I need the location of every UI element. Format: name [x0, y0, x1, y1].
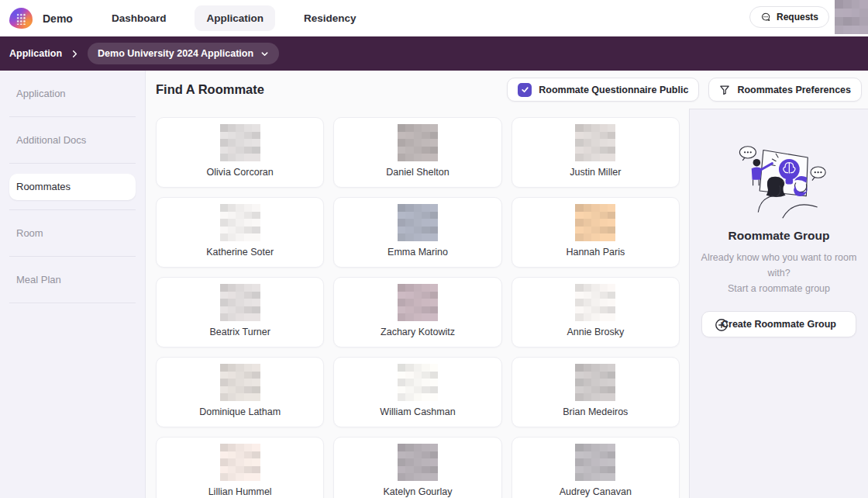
- sidebar-item-meal-plan[interactable]: Meal Plan: [0, 257, 145, 303]
- roommate-card[interactable]: Brian Medeiros: [512, 357, 680, 427]
- roommate-card[interactable]: Dominique Latham: [156, 357, 324, 427]
- photo-pixel: [414, 139, 422, 147]
- subtitle-line-1: Already know who you want to room with?: [696, 250, 862, 281]
- photo-pixel: [600, 147, 608, 154]
- roommate-name: Emma Marino: [388, 247, 448, 267]
- sidebar-item-room[interactable]: Room: [0, 210, 145, 256]
- app-logo-icon: [9, 8, 33, 29]
- photo-pixel: [608, 473, 615, 481]
- nav-tab-residency[interactable]: Residency: [292, 5, 368, 31]
- photo-pixel: [228, 132, 236, 140]
- photo-pixel: [591, 219, 599, 227]
- photo-pixel: [228, 147, 236, 154]
- photo-pixel: [405, 132, 413, 140]
- photo-pixel: [608, 458, 615, 466]
- roommate-photo: [398, 364, 438, 401]
- roommate-card[interactable]: Hannah Paris: [512, 197, 680, 268]
- photo-pixel: [608, 124, 615, 132]
- roommate-card[interactable]: Katherine Soter: [156, 197, 324, 268]
- photo-pixel: [422, 306, 429, 314]
- roommate-group-title: Roommate Group: [728, 229, 830, 243]
- breadcrumb-root-link[interactable]: Application: [9, 48, 62, 59]
- requests-button[interactable]: Requests: [749, 6, 829, 28]
- photo-pixel: [430, 212, 438, 220]
- photo-pixel: [236, 233, 243, 241]
- roommate-card[interactable]: William Cashman: [333, 357, 501, 427]
- roommate-card[interactable]: Audrey Canavan: [512, 437, 680, 498]
- roommate-card[interactable]: Olivia Corcoran: [156, 117, 324, 188]
- photo-pixel: [584, 393, 591, 401]
- create-roommate-group-button[interactable]: Create Roommate Group: [701, 311, 856, 337]
- sidebar-item-additional-docs[interactable]: Additional Docs: [0, 117, 145, 163]
- sidebar-item-application[interactable]: Application: [0, 71, 145, 116]
- photo-pixel: [236, 284, 243, 292]
- photo-pixel: [422, 364, 429, 372]
- photo-pixel: [220, 227, 228, 234]
- photo-pixel: [236, 147, 243, 154]
- roommate-card[interactable]: Justin Miller: [512, 117, 680, 188]
- photo-pixel: [422, 451, 429, 459]
- photo-pixel: [405, 306, 413, 314]
- photo-pixel: [414, 379, 422, 386]
- photo-pixel: [405, 473, 413, 481]
- photo-pixel: [236, 451, 243, 459]
- roommate-card[interactable]: Annie Brosky: [512, 277, 680, 348]
- photo-pixel: [244, 292, 252, 299]
- nav-tab-application[interactable]: Application: [195, 5, 275, 31]
- application-selector-dropdown[interactable]: Demo University 2024 Application: [88, 43, 279, 64]
- photo-pixel: [228, 227, 236, 234]
- user-avatar[interactable]: [835, 0, 868, 34]
- roommate-photo: [575, 364, 615, 401]
- photo-pixel: [220, 458, 228, 466]
- photo-pixel: [852, 17, 860, 26]
- roommate-card[interactable]: Emma Marino: [333, 197, 501, 268]
- photo-pixel: [575, 379, 583, 386]
- plus-circle-icon: [715, 318, 728, 332]
- photo-pixel: [600, 473, 608, 481]
- photo-pixel: [591, 451, 599, 459]
- photo-pixel: [575, 147, 583, 154]
- photo-pixel: [414, 227, 422, 234]
- roommate-card[interactable]: Daniel Shelton: [333, 117, 501, 188]
- photo-pixel: [575, 212, 583, 220]
- photo-pixel: [414, 386, 422, 394]
- photo-pixel: [608, 284, 615, 292]
- photo-pixel: [228, 284, 236, 292]
- photo-pixel: [244, 466, 252, 474]
- sidebar-item-label: Additional Docs: [9, 134, 86, 146]
- roommate-card[interactable]: Beatrix Turner: [156, 277, 324, 348]
- photo-pixel: [220, 466, 228, 474]
- photo-pixel: [608, 466, 615, 474]
- photo-pixel: [398, 147, 405, 154]
- photo-pixel: [835, 0, 843, 9]
- photo-pixel: [236, 139, 243, 147]
- photo-pixel: [252, 154, 260, 161]
- roommate-photo: [398, 204, 438, 241]
- photo-pixel: [430, 132, 438, 140]
- nav-tab-dashboard[interactable]: Dashboard: [100, 5, 178, 31]
- sidebar-item-roommates[interactable]: Roommates: [0, 164, 145, 209]
- photo-pixel: [422, 204, 429, 212]
- roommate-card[interactable]: Katelyn Gourlay: [333, 437, 501, 498]
- photo-pixel: [405, 204, 413, 212]
- photo-pixel: [575, 124, 583, 132]
- photo-pixel: [430, 393, 438, 401]
- photo-pixel: [591, 386, 599, 394]
- photo-pixel: [600, 379, 608, 386]
- photo-pixel: [244, 212, 252, 220]
- roommates-preferences-button[interactable]: Roommates Preferences: [708, 78, 862, 102]
- photo-pixel: [398, 227, 405, 234]
- photo-pixel: [405, 233, 413, 241]
- breadcrumb-current: Demo University 2024 Application: [98, 48, 253, 59]
- photo-pixel: [228, 393, 236, 401]
- photo-pixel: [220, 364, 228, 372]
- roommate-questionnaire-public-toggle[interactable]: Roommate Questionnaire Public: [507, 78, 699, 102]
- photo-pixel: [252, 372, 260, 379]
- photo-pixel: [220, 284, 228, 292]
- roommate-card[interactable]: Zachary Kotowitz: [333, 277, 501, 348]
- roommate-card[interactable]: Lillian Hummel: [156, 437, 324, 498]
- page-title: Find A Roommate: [156, 82, 264, 97]
- photo-pixel: [414, 284, 422, 292]
- photo-pixel: [220, 372, 228, 379]
- photo-pixel: [584, 451, 591, 459]
